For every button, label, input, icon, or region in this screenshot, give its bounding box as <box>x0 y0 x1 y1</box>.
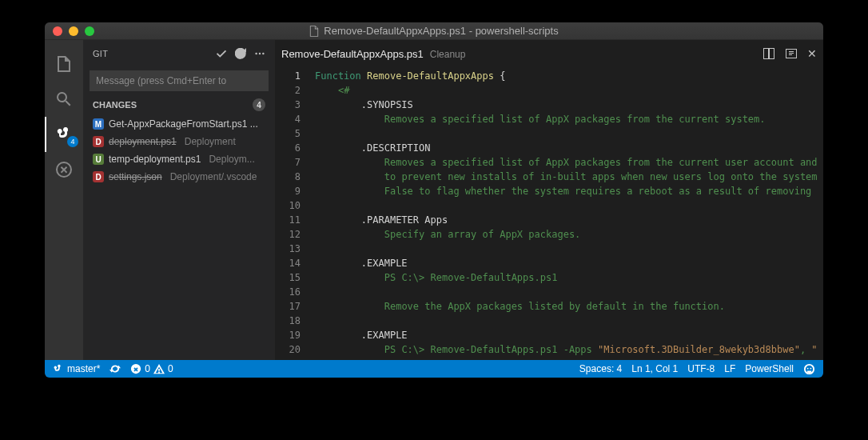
status-branch[interactable]: master* <box>53 363 100 374</box>
tab-description: Cleanup <box>430 49 466 60</box>
change-row[interactable]: MGet-AppxPackageFromStart.ps1 ... <box>83 115 275 133</box>
changes-label: CHANGES <box>93 100 137 110</box>
line-number: 8 <box>275 170 301 184</box>
status-position[interactable]: Ln 1, Col 1 <box>631 363 678 374</box>
code-content[interactable]: Function Remove-DefaultAppxApps { <# .SY… <box>310 67 823 360</box>
change-status-badge: D <box>93 136 104 147</box>
status-encoding[interactable]: UTF-8 <box>687 363 715 374</box>
line-number: 20 <box>275 342 301 357</box>
line-number: 4 <box>275 112 301 126</box>
line-gutter: 1234567891011121314151617181920 <box>275 67 310 360</box>
commit-icon[interactable] <box>216 48 227 59</box>
change-status-badge: D <box>93 171 104 182</box>
window-title-text: Remove-DefaultAppxApps.ps1 - powershell-… <box>324 25 558 37</box>
change-path: Deployment/.vscode <box>170 171 257 182</box>
activity-debug[interactable] <box>45 152 83 187</box>
line-number: 10 <box>275 198 301 213</box>
sidebar: GIT CHANGES 4 MGet-AppxPackageFromStart.… <box>83 40 275 360</box>
search-icon <box>54 90 74 109</box>
traffic-lights <box>53 26 94 36</box>
changes-header[interactable]: CHANGES 4 <box>83 94 275 115</box>
activity-scm[interactable]: 4 <box>45 117 83 152</box>
code-line: to prevent new installs of in-built apps… <box>315 170 823 184</box>
close-window-button[interactable] <box>53 26 62 36</box>
feedback-smile-icon[interactable] <box>803 363 815 375</box>
status-sync[interactable] <box>109 363 121 374</box>
line-number: 7 <box>275 155 301 170</box>
code-line: Removes a specified list of AppX package… <box>315 155 823 170</box>
code-line: Remove the AppX packages listed by defau… <box>315 299 823 314</box>
more-icon[interactable] <box>254 48 265 59</box>
change-row[interactable]: Ddeployment.ps1Deployment <box>83 133 275 150</box>
status-bar: master* 0 0 Spaces: 4 Ln 1, Col 1 UTF-8 … <box>45 360 823 378</box>
status-spaces[interactable]: Spaces: 4 <box>579 363 622 374</box>
sidebar-header: GIT <box>83 40 275 67</box>
split-editor-icon[interactable] <box>762 47 775 60</box>
sync-icon <box>109 363 121 374</box>
titlebar: Remove-DefaultAppxApps.ps1 - powershell-… <box>45 22 823 40</box>
line-number: 12 <box>275 227 301 242</box>
warning-icon <box>153 363 165 374</box>
code-line: False to flag whether the system require… <box>315 184 823 198</box>
maximize-window-button[interactable] <box>85 26 94 36</box>
line-number: 5 <box>275 126 301 141</box>
window-title: Remove-DefaultAppxApps.ps1 - powershell-… <box>45 25 823 37</box>
close-editor-button[interactable]: ✕ <box>807 47 817 60</box>
editor-tabs: Remove-DefaultAppxApps.ps1 Cleanup ✕ <box>275 40 823 67</box>
svg-point-2 <box>262 53 264 54</box>
line-number: 17 <box>275 299 301 314</box>
bug-icon <box>54 160 74 179</box>
code-line <box>315 242 823 256</box>
line-number: 18 <box>275 314 301 328</box>
code-line <box>315 285 823 299</box>
minimize-window-button[interactable] <box>69 26 78 36</box>
code-line <box>315 126 823 141</box>
line-number: 13 <box>275 242 301 256</box>
change-status-badge: U <box>93 154 104 165</box>
change-filename: deployment.ps1 <box>109 136 177 147</box>
main-body: 4 GIT CHANGES 4 MGet-AppxPa <box>45 40 823 360</box>
status-right: Spaces: 4 Ln 1, Col 1 UTF-8 LF PowerShel… <box>579 363 815 375</box>
status-problems[interactable]: 0 0 <box>130 363 173 374</box>
line-number: 9 <box>275 184 301 198</box>
changes-count: 4 <box>253 98 265 111</box>
code-area[interactable]: 1234567891011121314151617181920 Function… <box>275 67 823 360</box>
files-icon <box>54 54 74 74</box>
change-filename: Get-AppxPackageFromStart.ps1 ... <box>109 118 258 130</box>
line-number: 3 <box>275 98 301 112</box>
code-line: Removes a specified list of AppX package… <box>315 112 823 126</box>
line-number: 15 <box>275 270 301 285</box>
commit-message-wrap <box>83 67 275 94</box>
activity-search[interactable] <box>45 82 83 117</box>
code-line: .SYNOPSIS <box>315 98 823 112</box>
editor-actions: ✕ <box>762 47 817 60</box>
commit-message-input[interactable] <box>90 70 269 91</box>
code-line: .PARAMETER Apps <box>315 213 823 227</box>
line-number: 6 <box>275 141 301 155</box>
change-status-badge: M <box>93 118 104 130</box>
status-language[interactable]: PowerShell <box>745 363 794 374</box>
change-row[interactable]: Dsettings.jsonDeployment/.vscode <box>83 168 275 186</box>
code-line: .EXAMPLE <box>315 328 823 342</box>
svg-point-0 <box>255 53 257 54</box>
tab-active[interactable]: Remove-DefaultAppxApps.ps1 Cleanup <box>281 48 465 60</box>
code-line: <# <box>315 83 823 98</box>
tab-filename: Remove-DefaultAppxApps.ps1 <box>281 48 424 60</box>
sidebar-actions <box>216 48 265 59</box>
status-eol[interactable]: LF <box>724 363 735 374</box>
line-number: 2 <box>275 83 301 98</box>
change-path: Deployment <box>185 136 236 147</box>
file-icon <box>309 26 319 37</box>
code-line: .EXAMPLE <box>315 256 823 270</box>
status-left: master* 0 0 <box>53 363 173 374</box>
line-number: 16 <box>275 285 301 299</box>
open-changes-icon[interactable] <box>785 47 798 60</box>
line-number: 14 <box>275 256 301 270</box>
refresh-icon[interactable] <box>235 48 246 59</box>
activity-explorer[interactable] <box>45 46 83 82</box>
change-path: Deploym... <box>209 154 254 165</box>
code-line <box>315 314 823 328</box>
sidebar-title: GIT <box>93 49 108 58</box>
change-filename: temp-deployment.ps1 <box>109 154 201 165</box>
change-row[interactable]: Utemp-deployment.ps1Deploym... <box>83 150 275 168</box>
